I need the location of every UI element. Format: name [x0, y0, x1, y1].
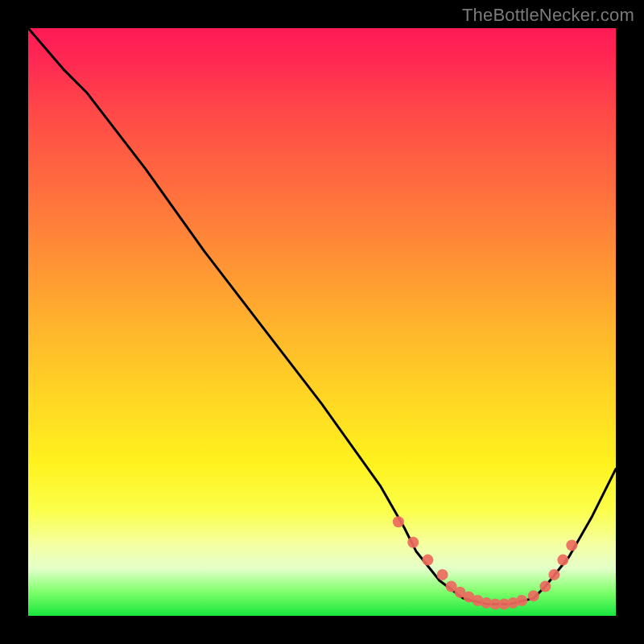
bottleneck-curve	[28, 28, 616, 604]
chart-container: TheBottleNecker.com	[0, 0, 644, 644]
plot-area	[28, 28, 616, 616]
chart-svg	[28, 28, 616, 616]
marker-dot	[422, 555, 433, 566]
marker-dot	[528, 590, 539, 601]
marker-dot	[557, 555, 568, 566]
marker-dot	[539, 581, 551, 592]
marker-dot	[516, 595, 527, 606]
marker-dots	[393, 516, 577, 609]
marker-dot	[407, 537, 419, 548]
marker-dot	[566, 539, 577, 551]
marker-dot	[393, 516, 404, 527]
watermark-text: TheBottleNecker.com	[462, 5, 634, 26]
marker-dot	[437, 569, 448, 580]
marker-dot	[548, 569, 559, 580]
